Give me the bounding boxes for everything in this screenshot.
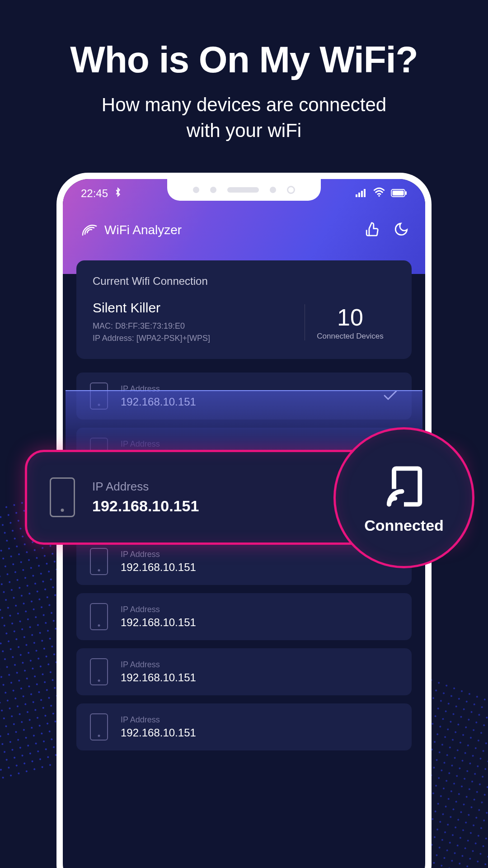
hero-subtitle: How many devices are connected with your… (0, 92, 488, 143)
svg-rect-3 (364, 189, 366, 197)
device-label: IP Address (121, 715, 398, 725)
connected-badge: Connected (333, 427, 474, 568)
device-count: 10 (305, 304, 395, 331)
device-label: IP Address (121, 605, 398, 614)
app-logo: WiFi Analyzer (79, 220, 182, 241)
device-label: IP Address (121, 660, 398, 670)
bluetooth-icon (114, 187, 122, 200)
wifi-card-title: Current Wifi Connection (93, 275, 395, 288)
status-bar: 22:45 (63, 184, 425, 203)
wifi-ssid: Silent Killer (93, 300, 296, 316)
device-ip: 192.168.10.151 (121, 726, 398, 739)
battery-icon (391, 187, 407, 200)
device-label: IP Address (121, 550, 398, 559)
current-wifi-card[interactable]: Current Wifi Connection Silent Killer MA… (76, 260, 412, 359)
phone-icon (90, 713, 108, 741)
device-row[interactable]: IP Address 192.168.10.151 (76, 593, 412, 640)
app-header: WiFi Analyzer (63, 214, 425, 246)
svg-rect-2 (361, 191, 363, 197)
svg-rect-1 (358, 193, 360, 197)
phone-icon (50, 477, 75, 517)
wifi-mac: MAC: D8:FF:3E:73:19:E0 (93, 320, 296, 332)
hero-title: Who is On My WiFi? (0, 0, 488, 81)
phone-icon (90, 548, 108, 575)
theme-toggle-button[interactable] (394, 222, 409, 239)
phone-icon (90, 658, 108, 685)
svg-point-4 (378, 195, 380, 197)
connected-label: Connected (364, 517, 444, 534)
device-row[interactable]: IP Address 192.168.10.151 (76, 648, 412, 695)
svg-rect-6 (393, 191, 404, 196)
device-count-label: Connected Devices (305, 332, 395, 341)
cast-icon (379, 462, 429, 511)
device-row[interactable]: IP Address 192.168.10.151 (76, 703, 412, 750)
wifi-logo-icon (79, 220, 100, 241)
device-ip: 192.168.10.151 (121, 561, 398, 574)
svg-rect-7 (405, 191, 407, 195)
wifi-security: IP Address: [WPA2-PSK]+[WPS] (93, 332, 296, 344)
thumbs-up-button[interactable] (365, 222, 380, 239)
wifi-icon (373, 187, 385, 200)
highlighted-device-card[interactable]: IP Address 192.168.10.151 Connected (25, 450, 463, 545)
device-ip: 192.168.10.151 (121, 616, 398, 629)
device-ip: 192.168.10.151 (121, 671, 398, 684)
signal-icon (356, 187, 367, 200)
highlighted-device-callout: IP Address 192.168.10.151 Connected (25, 450, 463, 545)
app-name: WiFi Analyzer (104, 223, 182, 237)
svg-rect-0 (356, 194, 357, 197)
phone-icon (90, 603, 108, 630)
status-time: 22:45 (81, 187, 108, 200)
